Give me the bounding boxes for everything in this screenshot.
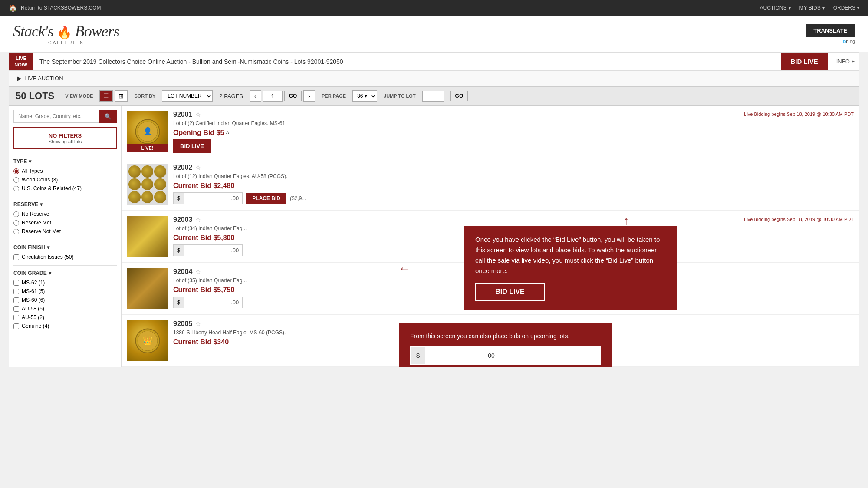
coin-grade-genuine[interactable]: Genuine (4) bbox=[13, 323, 117, 329]
coin-grade-filter-title: COIN GRADE ▾ bbox=[13, 270, 117, 276]
coin-grade-ms61[interactable]: MS-61 (5) bbox=[13, 288, 117, 294]
reserve-caret-icon: ▾ bbox=[40, 201, 43, 208]
bid-amount-input-92003[interactable] bbox=[184, 245, 227, 256]
jump-input[interactable] bbox=[422, 91, 444, 102]
list-view-button[interactable]: ☰ bbox=[99, 90, 113, 102]
bid-input-wrap-92003: $ .00 bbox=[173, 244, 243, 256]
sort-select[interactable]: LOT NUMBER bbox=[162, 90, 213, 102]
place-bid-button-92002[interactable]: PLACE BID bbox=[246, 193, 286, 204]
search-button[interactable]: 🔍 bbox=[99, 110, 117, 123]
lot-bid-92002: Current Bid $2,480 bbox=[173, 182, 854, 190]
coin-grade-ms60[interactable]: MS-60 (6) bbox=[13, 297, 117, 303]
reserve-filter-section: RESERVE ▾ No Reserve Reserve Met Reserve… bbox=[13, 197, 117, 234]
type-world-coins[interactable]: World Coins (3) bbox=[13, 177, 117, 183]
info-button[interactable]: INFO + bbox=[832, 54, 859, 69]
live-auction-label: ▶ LIVE AUCTION bbox=[9, 71, 859, 86]
coin-grade-au58[interactable]: AU-58 (5) bbox=[13, 306, 117, 312]
view-mode-label: VIEW MODE bbox=[65, 93, 93, 99]
lot-star-92004[interactable]: ☆ bbox=[195, 268, 201, 275]
coin-grade-caret-icon: ▾ bbox=[49, 270, 51, 276]
bid-live-button-92001[interactable]: BID LIVE bbox=[173, 139, 211, 153]
lot-number-92001: 92001 ☆ bbox=[173, 111, 739, 119]
pages-info: 2 PAGES bbox=[219, 93, 243, 99]
bid-amount-input-92004[interactable] bbox=[184, 297, 227, 308]
go-button[interactable]: GO bbox=[284, 91, 302, 101]
live-badge-small-92001: LIVE! bbox=[127, 144, 168, 152]
bid-live-main-button[interactable]: BID LIVE bbox=[781, 53, 827, 70]
reserve-no-reserve[interactable]: No Reserve bbox=[13, 211, 117, 217]
search-row: 🔍 bbox=[13, 110, 117, 123]
live-badge: LIVE NOW! bbox=[9, 53, 33, 70]
logo: Stack's 🔥 Bowers GALLERIES bbox=[13, 22, 119, 45]
bid-currency-92002: $ bbox=[174, 193, 184, 204]
per-page-label: PER PAGE bbox=[322, 93, 346, 99]
coin-grade-ms62[interactable]: MS-62 (1) bbox=[13, 280, 117, 286]
type-all-types[interactable]: All Types bbox=[13, 168, 117, 174]
search-input[interactable] bbox=[13, 110, 99, 123]
my-bids-nav[interactable]: MY BIDS ▾ bbox=[799, 5, 825, 11]
lot-list: 👤 LIVE! 92001 ☆ Lot of (2) Certified Ind… bbox=[122, 106, 859, 367]
orders-nav[interactable]: ORDERS ▾ bbox=[833, 5, 859, 11]
next-page-button[interactable]: › bbox=[303, 90, 315, 102]
prev-page-button[interactable]: ‹ bbox=[250, 90, 261, 102]
translate-area: TRANSLATE bbing bbox=[806, 24, 855, 44]
auctions-nav[interactable]: AUCTIONS ▾ bbox=[760, 5, 791, 11]
auctions-caret: ▾ bbox=[789, 6, 791, 10]
tooltip1-text: Once you have clicked the “Bid Live” but… bbox=[475, 236, 660, 274]
my-bids-caret: ▾ bbox=[822, 6, 825, 10]
return-link[interactable]: Return to STACKSBOWERS.COM bbox=[21, 5, 101, 11]
right-nav: AUCTIONS ▾ MY BIDS ▾ ORDERS ▾ bbox=[760, 5, 859, 11]
lot-image-92003 bbox=[127, 216, 168, 257]
no-filters-button[interactable]: NO FILTERS Showing all lots bbox=[13, 127, 117, 149]
page-nav: ‹ GO › bbox=[250, 90, 315, 102]
lots-count: 50 LOTS bbox=[16, 90, 54, 102]
tooltip-bid-input[interactable] bbox=[425, 349, 482, 363]
top-nav: 🏠 Return to STACKSBOWERS.COM AUCTIONS ▾ … bbox=[0, 0, 868, 16]
page-input[interactable] bbox=[263, 91, 283, 102]
tooltip-bid-live-button[interactable]: BID LIVE bbox=[475, 283, 545, 301]
lot-number-92002: 92002 ☆ bbox=[173, 164, 854, 171]
auction-banner: LIVE NOW! The September 2019 Collectors … bbox=[9, 52, 859, 71]
home-icon[interactable]: 🏠 bbox=[9, 4, 17, 12]
lot-star-92002[interactable]: ☆ bbox=[195, 164, 201, 171]
type-filter-section: TYPE ▾ All Types World Coins (3) U.S. Co… bbox=[13, 154, 117, 191]
bid-currency-92003: $ bbox=[174, 245, 184, 256]
lot-image-92002 bbox=[127, 164, 168, 205]
tooltip-bid-input-row: $ .00 bbox=[410, 346, 601, 365]
lot-details-92001: 92001 ☆ Lot of (2) Certified Indian Quar… bbox=[173, 111, 739, 153]
lot-image-92004 bbox=[127, 268, 168, 309]
lot-time-92001: Live Bidding begins Sep 18, 2019 @ 10:30… bbox=[744, 111, 854, 117]
coin-finish-caret-icon: ▾ bbox=[47, 244, 49, 251]
type-filter-title: TYPE ▾ bbox=[13, 158, 117, 165]
logo-text: Stack's 🔥 Bowers bbox=[13, 22, 119, 40]
tooltip-bid-live: Once you have clicked the “Bid Live” but… bbox=[464, 226, 677, 310]
orders-caret: ▾ bbox=[857, 6, 859, 10]
coin-grade-au55[interactable]: AU-55 (2) bbox=[13, 314, 117, 320]
toolbar: 50 LOTS VIEW MODE ☰ ⊞ SORT BY LOT NUMBER… bbox=[9, 86, 859, 106]
reserve-met[interactable]: Reserve Met bbox=[13, 220, 117, 226]
coin-finish-circulation[interactable]: Circulation Issues (50) bbox=[13, 254, 117, 260]
logo-sub: GALLERIES bbox=[13, 40, 119, 45]
coin-grade-filter-section: COIN GRADE ▾ MS-62 (1) MS-61 (5) MS-60 (… bbox=[13, 265, 117, 329]
reserve-not-met[interactable]: Reserve Not Met bbox=[13, 228, 117, 234]
svg-text:👑: 👑 bbox=[143, 336, 153, 346]
lot-item-92002: 92002 ☆ Lot of (12) Indian Quarter Eagle… bbox=[122, 158, 859, 211]
lot-opening-bid-92001: Opening Bid $5 ^ bbox=[173, 129, 739, 137]
grid-view-button[interactable]: ⊞ bbox=[115, 90, 128, 102]
main-container: 🔍 NO FILTERS Showing all lots TYPE ▾ All… bbox=[9, 106, 859, 367]
type-us-coins[interactable]: U.S. Coins & Related (47) bbox=[13, 185, 117, 191]
lot-image-92001: 👤 LIVE! bbox=[127, 111, 168, 152]
bing-label: bbing bbox=[806, 39, 855, 44]
per-page-select[interactable]: 36 ▾ bbox=[352, 90, 377, 102]
lot-star-92003[interactable]: ☆ bbox=[195, 216, 201, 223]
sort-by-label: SORT BY bbox=[134, 93, 155, 99]
jump-go-button[interactable]: GO bbox=[450, 91, 468, 101]
chevron-right-icon: ▶ bbox=[17, 75, 22, 82]
lot-time-92003: Live Bidding begins Sep 18, 2019 @ 10:30… bbox=[744, 216, 854, 222]
translate-button[interactable]: TRANSLATE bbox=[806, 24, 855, 37]
tooltip-bid-cents: .00 bbox=[482, 347, 499, 364]
lot-star-92001[interactable]: ☆ bbox=[195, 111, 201, 118]
lot-star-92005[interactable]: ☆ bbox=[195, 320, 201, 327]
bid-cents-92003: .00 bbox=[227, 245, 242, 256]
bid-amount-input-92002[interactable] bbox=[184, 193, 227, 204]
